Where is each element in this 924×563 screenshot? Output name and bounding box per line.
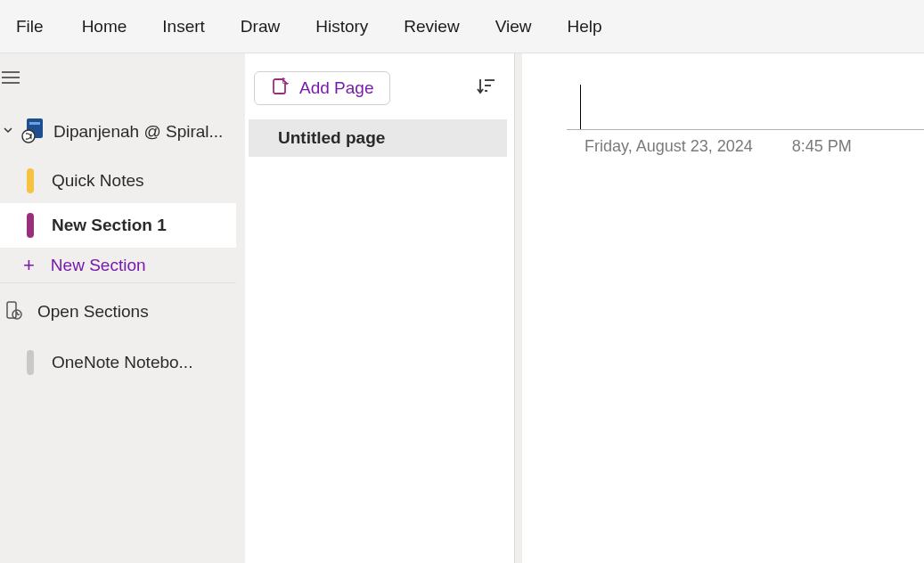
sort-icon[interactable] [477,77,496,100]
title-underline [567,129,924,130]
section-label: Quick Notes [52,171,143,191]
menu-review[interactable]: Review [386,10,477,44]
date-time-row: Friday, August 23, 2024 8:45 PM [567,137,924,156]
plus-icon: + [23,254,35,277]
page-list-header: Add Page [245,53,514,119]
other-notebook-label: OneNote Notebo... [52,353,192,372]
other-notebook-item[interactable]: OneNote Notebo... [0,340,236,385]
notebook-sidebar: Dipanjenah @ Spiral... Quick Notes New S… [0,53,236,563]
title-cursor [580,85,924,129]
menu-view[interactable]: View [478,10,550,44]
notebook-header[interactable]: Dipanjenah @ Spiral... [0,105,236,159]
menu-draw[interactable]: Draw [223,10,298,44]
open-sections-icon [4,299,25,324]
new-section-button[interactable]: + New Section [0,248,236,283]
section-new-section-1[interactable]: New Section 1 [0,203,236,248]
new-section-label: New Section [51,256,146,275]
section-color-tab [27,168,34,193]
section-label: New Section 1 [52,216,167,235]
page-title-area[interactable]: Friday, August 23, 2024 8:45 PM [567,85,924,156]
menubar: File Home Insert Draw History Review Vie… [0,0,924,53]
open-sections-button[interactable]: Open Sections [0,283,236,340]
svg-point-5 [22,130,35,143]
chevron-down-icon [2,124,14,140]
open-sections-label: Open Sections [37,302,149,322]
add-page-icon [271,78,289,99]
menu-file[interactable]: File [16,10,64,44]
menu-insert[interactable]: Insert [144,10,223,44]
section-quick-notes[interactable]: Quick Notes [0,159,236,203]
menu-help[interactable]: Help [549,10,619,44]
page-item-label: Untitled page [278,128,385,147]
svg-rect-4 [29,122,40,125]
editor[interactable]: Friday, August 23, 2024 8:45 PM [515,53,924,563]
content-area: Dipanjenah @ Spiral... Quick Notes New S… [0,53,924,563]
hamburger-row [0,53,236,105]
add-page-button[interactable]: Add Page [254,71,390,105]
menu-history[interactable]: History [298,10,386,44]
section-color-tab [27,213,34,238]
notebook-title: Dipanjenah @ Spiral... [53,122,236,142]
page-list: Add Page Untitled page [236,53,515,563]
page-item[interactable]: Untitled page [249,119,507,157]
add-page-label: Add Page [299,78,373,98]
menu-home[interactable]: Home [64,10,145,44]
page-date[interactable]: Friday, August 23, 2024 [585,137,753,156]
section-color-tab [27,350,34,375]
page-time[interactable]: 8:45 PM [792,137,852,156]
hamburger-icon[interactable] [2,71,20,87]
notebook-icon [21,117,46,147]
